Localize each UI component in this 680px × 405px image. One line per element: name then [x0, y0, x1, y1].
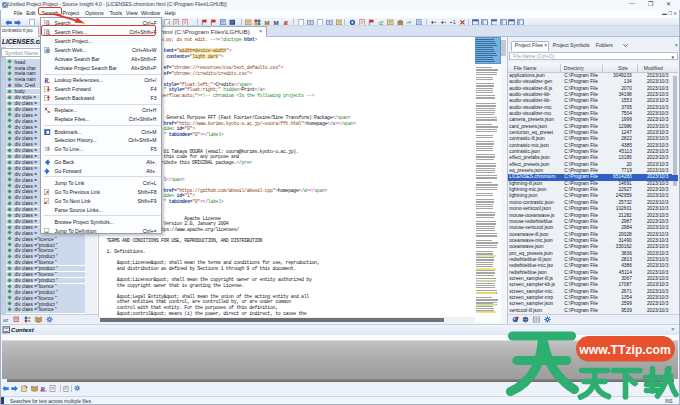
svg-text:1: 1 — [453, 20, 456, 25]
svg-text:R: R — [283, 19, 289, 26]
svg-text:M: M — [264, 19, 269, 26]
svg-text:M: M — [273, 19, 278, 26]
svg-text:az: az — [3, 317, 9, 323]
